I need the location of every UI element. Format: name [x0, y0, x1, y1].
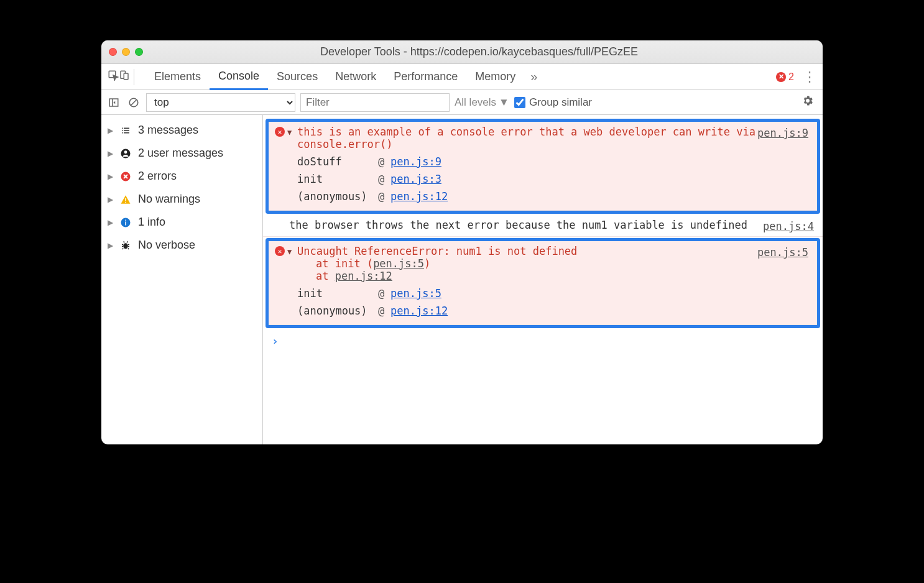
stack-at: @: [378, 155, 390, 168]
console-prompt[interactable]: ›: [263, 329, 823, 352]
log-levels-dropdown[interactable]: All levels ▼: [455, 96, 509, 109]
stack-frame: (anonymous) @ pen.js:12: [297, 188, 810, 205]
sidebar-item-messages[interactable]: ▶ 3 messages: [101, 119, 262, 142]
console-message-log[interactable]: pen.js:4 the browser throws the next err…: [263, 215, 823, 237]
stack-frame: init @ pen.js:3: [297, 170, 810, 188]
disclosure-triangle-icon[interactable]: ▼: [287, 128, 292, 137]
svg-rect-2: [124, 73, 128, 80]
disclosure-triangle-icon: ▶: [108, 241, 113, 250]
svg-point-15: [123, 243, 128, 249]
console-settings-icon[interactable]: [802, 94, 814, 110]
stack-at: @: [378, 173, 390, 185]
error-badge-icon: ✕: [776, 72, 786, 82]
highlight-box: ✕ ▼ pen.js:9 this is an example of a con…: [266, 119, 820, 214]
console-message-error[interactable]: ✕ ▼ pen.js:5 Uncaught ReferenceError: nu…: [269, 241, 817, 325]
sidebar-item-warnings[interactable]: ▶ No warnings: [101, 188, 262, 211]
inline-stack-line: at pen.js:12: [316, 270, 810, 282]
tab-memory[interactable]: Memory: [466, 64, 524, 90]
error-icon: ✕: [275, 246, 285, 256]
zoom-window-button[interactable]: [135, 48, 143, 56]
svg-line-6: [131, 99, 137, 105]
main-toolbar: Elements Console Sources Network Perform…: [101, 64, 823, 90]
tab-performance[interactable]: Performance: [385, 64, 466, 90]
sidebar-item-info[interactable]: ▶ 1 info: [101, 211, 262, 234]
console-sidebar: ▶ 3 messages ▶ 2 user messages ▶ 2 error…: [101, 115, 263, 444]
titlebar: Developer Tools - https://codepen.io/kay…: [101, 40, 823, 64]
chevron-down-icon: ▼: [499, 96, 509, 109]
svg-rect-10: [125, 198, 126, 201]
group-similar-input[interactable]: [514, 97, 525, 108]
inline-stack-line: at init (pen.js:5): [316, 257, 810, 270]
sidebar-item-label: No warnings: [138, 193, 200, 206]
traffic-lights: [109, 48, 143, 56]
filter-input[interactable]: [300, 93, 450, 112]
tab-network[interactable]: Network: [326, 64, 385, 90]
highlight-box: ✕ ▼ pen.js:5 Uncaught ReferenceError: nu…: [266, 238, 820, 328]
window-title: Developer Tools - https://codepen.io/kay…: [143, 45, 815, 58]
tab-sources[interactable]: Sources: [268, 64, 326, 90]
disclosure-triangle-icon[interactable]: ▼: [287, 247, 292, 256]
source-link[interactable]: pen.js:9: [757, 127, 808, 139]
tab-elements[interactable]: Elements: [146, 64, 210, 90]
source-link[interactable]: pen.js:5: [757, 246, 808, 259]
settings-kebab-icon[interactable]: ⋮: [803, 69, 816, 85]
inline-stack: at init (pen.js:5) at pen.js:12: [291, 257, 810, 282]
console-message-error[interactable]: ✕ ▼ pen.js:9 this is an example of a con…: [269, 122, 817, 211]
stack-trace: init @ pen.js:5 (anonymous) @ pen.js:12: [291, 285, 810, 319]
error-count-value: 2: [788, 71, 794, 83]
tabs-overflow[interactable]: »: [524, 70, 543, 84]
tab-console[interactable]: Console: [210, 64, 268, 90]
sidebar-item-label: 2 user messages: [138, 147, 223, 160]
bug-icon: [119, 239, 132, 252]
toggle-sidebar-icon[interactable]: [106, 95, 121, 110]
close-window-button[interactable]: [109, 48, 117, 56]
stack-file-link[interactable]: pen.js:12: [390, 305, 448, 317]
user-icon: [119, 147, 132, 160]
svg-point-8: [124, 150, 127, 154]
message-text: the browser throws the next error becaus…: [289, 219, 815, 231]
stack-file-link[interactable]: pen.js:5: [373, 257, 424, 270]
warning-icon: [119, 193, 132, 206]
disclosure-triangle-icon: ▶: [108, 218, 113, 227]
stack-function: init: [297, 287, 378, 300]
group-similar-checkbox[interactable]: Group similar: [514, 96, 592, 109]
message-text: this is an example of a console error th…: [291, 126, 810, 150]
device-toolbar-icon[interactable]: [119, 70, 130, 84]
panel-tabs: Elements Console Sources Network Perform…: [146, 64, 776, 90]
stack-file-link[interactable]: pen.js:9: [390, 155, 441, 168]
stack-frame: init @ pen.js:5: [297, 285, 810, 302]
stack-at: @: [378, 190, 390, 203]
stack-file-link[interactable]: pen.js:12: [335, 270, 392, 282]
stack-frame: doStuff @ pen.js:9: [297, 153, 810, 170]
disclosure-triangle-icon: ▶: [108, 149, 113, 158]
disclosure-triangle-icon: ▶: [108, 172, 113, 181]
stack-function: (anonymous): [297, 305, 378, 317]
sidebar-item-user-messages[interactable]: ▶ 2 user messages: [101, 142, 262, 165]
stack-at: @: [378, 305, 390, 317]
stack-function: doStuff: [297, 155, 378, 168]
minimize-window-button[interactable]: [122, 48, 130, 56]
message-text: Uncaught ReferenceError: num1 is not def…: [291, 245, 810, 257]
stack-trace: doStuff @ pen.js:9 init @ pen.js:3 (anon…: [291, 153, 810, 205]
disclosure-triangle-icon: ▶: [108, 126, 113, 135]
toolbar-divider: [134, 69, 134, 85]
sidebar-item-label: 1 info: [138, 216, 165, 229]
context-selector[interactable]: top: [146, 93, 295, 112]
clear-console-icon[interactable]: [126, 95, 141, 110]
source-link[interactable]: pen.js:4: [763, 220, 814, 232]
error-icon: [119, 170, 132, 183]
stack-at: @: [378, 287, 390, 300]
stack-frame: (anonymous) @ pen.js:12: [297, 302, 810, 319]
inspect-element-icon[interactable]: [108, 70, 119, 84]
sidebar-item-verbose[interactable]: ▶ No verbose: [101, 234, 262, 257]
disclosure-triangle-icon: ▶: [108, 195, 113, 204]
error-counter[interactable]: ✕ 2: [776, 71, 794, 83]
sidebar-item-errors[interactable]: ▶ 2 errors: [101, 165, 262, 188]
error-icon: ✕: [275, 127, 285, 137]
stack-file-link[interactable]: pen.js:3: [390, 173, 441, 185]
list-icon: [119, 124, 132, 137]
stack-file-link[interactable]: pen.js:5: [390, 287, 441, 300]
stack-file-link[interactable]: pen.js:12: [390, 190, 448, 203]
sidebar-item-label: 2 errors: [138, 170, 177, 183]
console-body: ▶ 3 messages ▶ 2 user messages ▶ 2 error…: [101, 115, 823, 444]
